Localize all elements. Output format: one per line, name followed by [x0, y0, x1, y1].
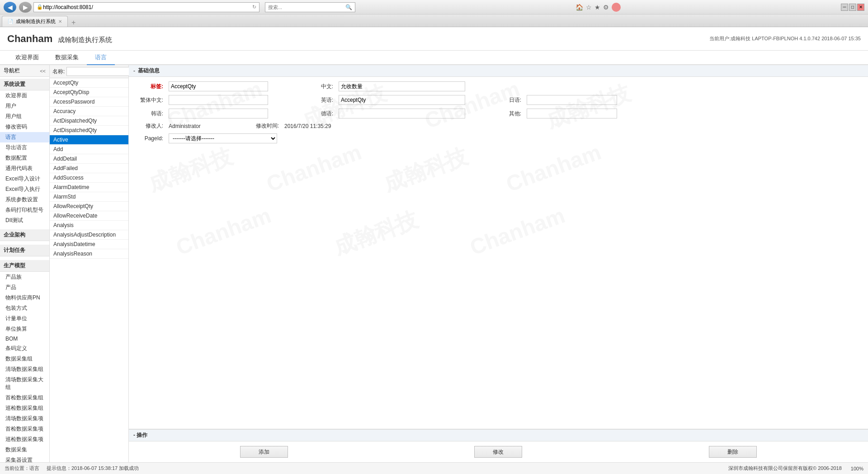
- copyright: 深圳市成翰科技有限公司保留所有版权© 2006-2018: [728, 465, 842, 472]
- favorites-icon[interactable]: ★: [594, 4, 600, 11]
- list-item-17[interactable]: AnalysisDatetime: [50, 240, 128, 249]
- address-icon: 🔒: [37, 4, 43, 10]
- list-item-4[interactable]: ActDispatchedQty: [50, 116, 128, 126]
- traditional-chinese-label: 繁体中文:: [136, 96, 163, 104]
- list-search-input[interactable]: [66, 67, 133, 76]
- sidebar-item-excel-import-execute[interactable]: Excel导入执行: [0, 184, 49, 194]
- new-tab-button[interactable]: +: [71, 19, 75, 27]
- sidebar-item-data-config[interactable]: 数据配置: [0, 153, 49, 163]
- edit-button[interactable]: 修改: [474, 446, 522, 458]
- sidebar-item-dii-test[interactable]: DII测试: [0, 215, 49, 226]
- search-input[interactable]: [268, 5, 345, 10]
- list-item-15[interactable]: Analysis: [50, 221, 128, 230]
- nav-item-language[interactable]: 语言: [87, 51, 115, 65]
- list-item-7[interactable]: Add: [50, 145, 128, 154]
- sidebar-item-clean-collect-item[interactable]: 清场数据采集项: [0, 413, 49, 424]
- sidebar-item-collector-settings[interactable]: 采集器设置: [0, 455, 49, 462]
- sidebar-item-material-supplier-pn[interactable]: 物料供应商PN: [0, 293, 49, 303]
- maximize-button[interactable]: □: [849, 4, 856, 11]
- sidebar-header: 导航栏 <<: [0, 65, 49, 77]
- list-item-8[interactable]: AddDetail: [50, 154, 128, 164]
- list-item-6[interactable]: Active: [50, 135, 128, 145]
- sidebar-item-clean-collect-big-group[interactable]: 清场数据采集大组: [0, 374, 49, 393]
- home-icon[interactable]: 🏠: [576, 4, 583, 11]
- back-button[interactable]: ◀: [4, 2, 16, 13]
- sidebar-item-product-family[interactable]: 产品族: [0, 272, 49, 282]
- sidebar-item-measure-unit[interactable]: 计量单位: [0, 313, 49, 324]
- traditional-chinese-input[interactable]: [169, 95, 268, 105]
- sidebar-item-barcode-def[interactable]: 条码定义: [0, 343, 49, 354]
- sidebar-section-title-enterprise: 企业架构: [0, 229, 49, 241]
- search-icon[interactable]: 🔍: [345, 4, 352, 10]
- address-bar: 🔒 ↻: [33, 2, 259, 12]
- sidebar-item-bom[interactable]: BOM: [0, 334, 49, 343]
- sidebar-item-users[interactable]: 用户: [0, 101, 49, 111]
- operations-header: - 操作: [129, 430, 868, 441]
- sidebar-item-data-collect[interactable]: 数据采集: [0, 445, 49, 455]
- english-input[interactable]: [339, 95, 465, 105]
- german-input[interactable]: [339, 109, 465, 118]
- sidebar-item-change-password[interactable]: 修改密码: [0, 122, 49, 132]
- sidebar-item-language[interactable]: 语言: [0, 132, 49, 142]
- list-item-11[interactable]: AlarmDatetime: [50, 183, 128, 192]
- sidebar-item-excel-import-design[interactable]: Excel导入设计: [0, 174, 49, 184]
- list-item-13[interactable]: AllowReceiptQty: [50, 202, 128, 211]
- sidebar-item-packaging[interactable]: 包装方式: [0, 303, 49, 313]
- sidebar-item-barcode-printer[interactable]: 条码打印机型号: [0, 205, 49, 215]
- sidebar-item-unit-conversion[interactable]: 单位换算: [0, 324, 49, 334]
- sidebar-item-product[interactable]: 产品: [0, 282, 49, 293]
- list-item-3[interactable]: Accuracy: [50, 107, 128, 116]
- status-right: 深圳市成翰科技有限公司保留所有版权© 2006-2018 100%: [728, 465, 863, 472]
- sidebar-item-first-inspect-group[interactable]: 首检数据采集组: [0, 393, 49, 403]
- operations-buttons: 添加 修改 删除: [129, 441, 868, 462]
- tools-icon[interactable]: ⚙: [603, 4, 609, 11]
- tab-close-button[interactable]: ✕: [58, 19, 62, 24]
- sidebar-item-clean-collect-group[interactable]: 清场数据采集组: [0, 364, 49, 374]
- sidebar-item-export-language[interactable]: 导出语言: [0, 142, 49, 153]
- close-button[interactable]: ✕: [857, 4, 864, 11]
- list-item-12[interactable]: AlarmStd: [50, 192, 128, 202]
- zoom-level: 100%: [851, 466, 863, 471]
- japanese-input[interactable]: [527, 95, 617, 105]
- sidebar-item-data-collect-group[interactable]: 数据采集组: [0, 354, 49, 364]
- sidebar-item-first-inspect-item[interactable]: 首检数据采集项: [0, 424, 49, 434]
- sidebar-item-system-params[interactable]: 系统参数设置: [0, 194, 49, 205]
- minimize-button[interactable]: ─: [841, 4, 848, 11]
- list-item-18[interactable]: AnalysisReason: [50, 249, 128, 259]
- browser-toolbar-icons: 🏠 ☆ ★ ⚙: [576, 3, 621, 12]
- form-row-1: 标签: 中文:: [136, 81, 861, 91]
- operations-title: - 操作: [133, 432, 147, 438]
- delete-button[interactable]: 删除: [709, 446, 757, 458]
- sidebar-item-patrol-collect-item[interactable]: 巡检数据采集项: [0, 434, 49, 445]
- list-item-10[interactable]: AddSuccess: [50, 173, 128, 183]
- browser-tab[interactable]: 📄 成翰制造执行系统 ✕: [2, 16, 68, 27]
- list-item-1[interactable]: AcceptQtyDisp: [50, 88, 128, 97]
- other-input[interactable]: [527, 109, 617, 118]
- sidebar-section-system: 系统设置 欢迎界面 用户 用户组 修改密码 语言 导出语言 数据配置 通用代码表…: [0, 77, 49, 228]
- nav-item-welcome[interactable]: 欢迎界面: [7, 51, 47, 65]
- nav-item-data-collection[interactable]: 数据采集: [47, 51, 87, 65]
- chinese-input[interactable]: [339, 81, 465, 91]
- list-item-5[interactable]: ActDispatchedQty: [50, 126, 128, 135]
- app-header: Chanham 成翰制造执行系统 当前用户:成翰科技 LAPTOP-FBIPLN…: [0, 27, 868, 51]
- search-bar: 🔍: [265, 2, 355, 12]
- page-id-select[interactable]: -------请选择-------: [169, 133, 277, 143]
- forward-button[interactable]: ▶: [19, 2, 32, 13]
- list-item-2[interactable]: AccessPassword: [50, 97, 128, 107]
- sidebar-collapse-button[interactable]: <<: [40, 68, 46, 74]
- list-item-9[interactable]: AddFailed: [50, 164, 128, 173]
- list-item-14[interactable]: AllowReceiveDate: [50, 211, 128, 221]
- german-label: 德语:: [306, 110, 333, 118]
- list-item-0[interactable]: AcceptQty: [50, 78, 128, 88]
- korean-input[interactable]: [169, 109, 268, 118]
- add-button[interactable]: 添加: [240, 446, 288, 458]
- sidebar-item-patrol-collect-group[interactable]: 巡检数据采集组: [0, 403, 49, 413]
- sidebar-item-general-code-table[interactable]: 通用代码表: [0, 163, 49, 174]
- star-icon[interactable]: ☆: [586, 4, 592, 11]
- list-item-16[interactable]: AnalysisAdjustDescription: [50, 230, 128, 240]
- refresh-icon[interactable]: ↻: [252, 4, 256, 10]
- sidebar-item-welcome[interactable]: 欢迎界面: [0, 90, 49, 101]
- url-input[interactable]: [43, 4, 252, 10]
- sidebar-item-usergroup[interactable]: 用户组: [0, 111, 49, 122]
- tag-input[interactable]: [169, 81, 268, 91]
